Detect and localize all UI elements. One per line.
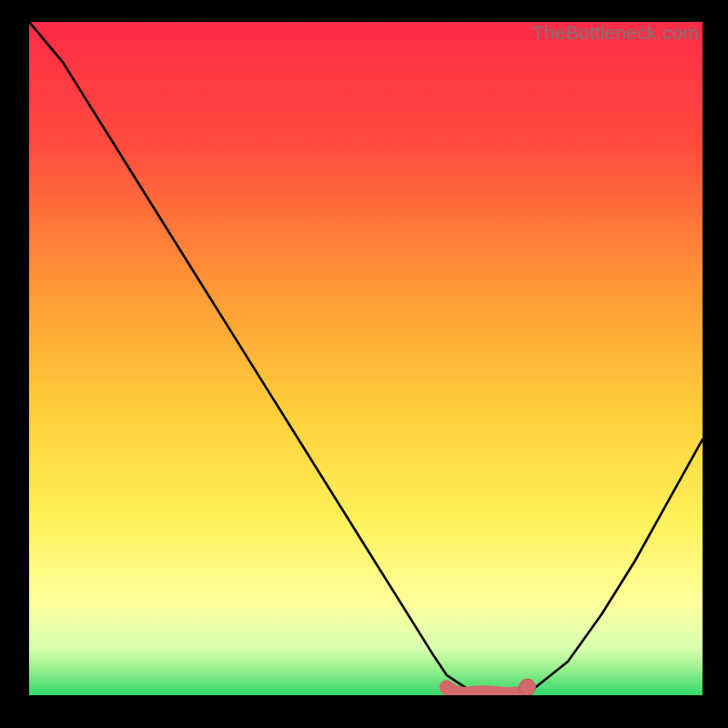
plateau-marker — [29, 22, 703, 695]
plot-area: TheBottleneck.com — [29, 22, 703, 695]
svg-point-1 — [520, 679, 536, 695]
chart-frame: TheBottleneck.com — [0, 0, 728, 728]
